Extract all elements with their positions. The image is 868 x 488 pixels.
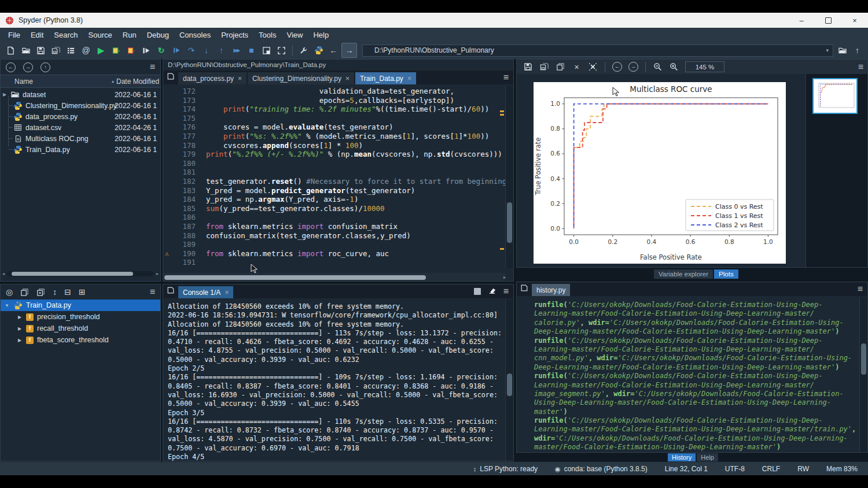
zoom-out-icon[interactable] <box>653 62 662 71</box>
debug-file-button[interactable] <box>169 43 183 57</box>
menu-search[interactable]: Search <box>49 31 83 39</box>
arrow-right-icon[interactable]: → <box>345 46 354 54</box>
column-name[interactable]: Name <box>1 77 112 86</box>
fullscreen-button[interactable] <box>274 43 289 57</box>
plot-thumbnail-selected[interactable] <box>812 78 858 114</box>
run-file-button[interactable]: ▶ <box>94 43 108 57</box>
file-row[interactable]: dataset.csv2022-04-26 1 <box>1 122 160 133</box>
history-vertical-scrollbar[interactable] <box>859 297 867 452</box>
expand-icon[interactable]: ▶ <box>17 326 23 331</box>
step-return-icon[interactable]: ↑ <box>219 46 223 54</box>
plot-zoom-level[interactable]: 145 % <box>685 61 724 72</box>
interrupt-kernel-icon[interactable] <box>474 288 481 295</box>
tab-history[interactable]: History <box>668 453 696 461</box>
forward-button[interactable]: → <box>341 43 357 58</box>
tab-console-1a[interactable]: Console 1/A × <box>178 286 233 298</box>
save-all-plots-button[interactable] <box>537 60 551 74</box>
restore-icon[interactable] <box>815 13 841 28</box>
step-return-button[interactable]: ↑ <box>214 43 229 57</box>
step-over-icon[interactable]: ↷ <box>188 46 195 54</box>
file-row[interactable]: Train_Data.py2022-06-16 1 <box>1 144 160 155</box>
history-vscroll-thumb[interactable] <box>861 343 866 375</box>
scroll-right-icon[interactable]: ▸ <box>501 275 506 280</box>
step-into-icon[interactable]: ↓ <box>204 46 208 54</box>
browse-tabs-icon[interactable] <box>520 284 528 294</box>
browse-tabs-icon[interactable] <box>167 72 175 83</box>
files-options-menu-icon[interactable]: ≡ <box>150 62 155 72</box>
close-tab-icon[interactable]: × <box>238 75 242 83</box>
target-icon[interactable]: ◎ <box>6 287 13 297</box>
rerun-cell-icon[interactable] <box>127 46 136 55</box>
zoom-in-button[interactable] <box>667 60 681 74</box>
rerun-cell-button[interactable] <box>124 43 138 57</box>
save-all-icon[interactable] <box>52 46 61 55</box>
outline-copy-button[interactable] <box>20 288 29 297</box>
close-tab-icon[interactable]: × <box>345 75 350 83</box>
folder-icon[interactable] <box>838 46 847 55</box>
new-file-button[interactable] <box>3 43 18 57</box>
outline-item-fbeta-score-threshold[interactable]: ▶ffbeta_score_threshold <box>1 334 160 346</box>
minimize-icon[interactable]: – <box>788 13 815 28</box>
parent-directory-button[interactable]: ↑ <box>850 43 865 57</box>
step-into-button[interactable]: ↓ <box>199 43 214 57</box>
editor-tab-train-data-py[interactable]: Train_Data.py× <box>355 72 416 84</box>
sort-icon[interactable]: ↕ <box>53 287 57 297</box>
console-vertical-scrollbar[interactable] <box>505 300 513 461</box>
menu-source[interactable]: Source <box>83 31 117 39</box>
step-over-button[interactable]: ↷ <box>184 43 198 57</box>
plots-options-menu-icon[interactable]: ≡ <box>858 62 863 72</box>
editor-options-menu-icon[interactable]: ≡ <box>503 72 509 83</box>
expand-icon[interactable]: ▼ <box>4 303 10 308</box>
save-icon[interactable] <box>36 46 45 55</box>
maximize-icon[interactable] <box>262 46 271 55</box>
copy-plus-icon[interactable] <box>36 288 45 297</box>
run-icon[interactable]: ▶ <box>98 46 104 54</box>
close-tab-icon[interactable]: × <box>225 289 229 297</box>
close-all-icon[interactable] <box>589 62 597 71</box>
run-selection-button[interactable] <box>139 43 153 57</box>
expand-icon[interactable]: ▶ <box>1 92 10 97</box>
circle-left-icon[interactable]: ← <box>612 62 622 72</box>
doc-icon[interactable] <box>6 46 15 55</box>
open-file-button[interactable] <box>19 43 33 57</box>
maximize-pane-button[interactable] <box>259 43 274 57</box>
outline-sort-button[interactable]: ↕ <box>53 287 57 297</box>
python-env-button[interactable] <box>311 43 326 57</box>
tab-help[interactable]: Help <box>697 453 718 461</box>
console-vscroll-thumb[interactable] <box>507 374 512 396</box>
file-row[interactable]: Multiclass ROC.png2022-06-16 1 <box>1 133 160 144</box>
folder-icon[interactable] <box>21 46 31 55</box>
editor-vertical-scrollbar[interactable] <box>505 86 513 268</box>
outline-collapse-all-button[interactable]: ⊟ <box>64 287 71 297</box>
menu-tools[interactable]: Tools <box>253 31 281 39</box>
run-selection-icon[interactable] <box>142 46 150 55</box>
save-all-button[interactable] <box>49 43 63 57</box>
column-date-modified[interactable]: Date Modified <box>116 77 160 86</box>
next-plot-button[interactable]: → <box>626 60 641 74</box>
scroll-right-icon[interactable]: ▸ <box>154 271 159 276</box>
wrench-icon[interactable] <box>299 46 308 55</box>
close-tab-icon[interactable]: × <box>407 75 411 83</box>
menu-view[interactable]: View <box>281 31 308 39</box>
rerun-last-button[interactable]: ↻ <box>154 43 168 57</box>
tab-plots[interactable]: Plots <box>714 269 738 279</box>
run-cell-button[interactable] <box>109 43 123 57</box>
console-options-menu-icon[interactable]: ≡ <box>503 286 509 297</box>
files-next-button[interactable]: → <box>23 62 33 72</box>
python-icon[interactable] <box>314 46 323 55</box>
outline-item-precision-threshold[interactable]: ▶fprecision_threshold <box>1 311 160 323</box>
menu-edit[interactable]: Edit <box>25 31 49 39</box>
save-icon[interactable] <box>524 62 532 71</box>
editor-tab-clustering-dimensionality-py[interactable]: Clustering_Dimensionality.py× <box>248 72 354 84</box>
arrow-up-icon[interactable]: ↑ <box>855 46 859 54</box>
circle-right-icon[interactable]: → <box>628 62 638 72</box>
file-switcher-button[interactable] <box>64 43 78 57</box>
files-previous-button[interactable]: ← <box>6 62 16 72</box>
restart-icon[interactable]: ↻ <box>158 46 165 54</box>
working-directory-input[interactable] <box>362 45 833 57</box>
circle-up-icon[interactable]: ↑ <box>41 62 50 72</box>
outline-clone-button[interactable] <box>36 288 45 297</box>
outline-expand-all-button[interactable]: ⊞ <box>79 287 86 297</box>
copy-plot-button[interactable] <box>553 60 568 74</box>
outline-item-train-data-py[interactable]: ▼Train_Data.py <box>1 300 160 311</box>
